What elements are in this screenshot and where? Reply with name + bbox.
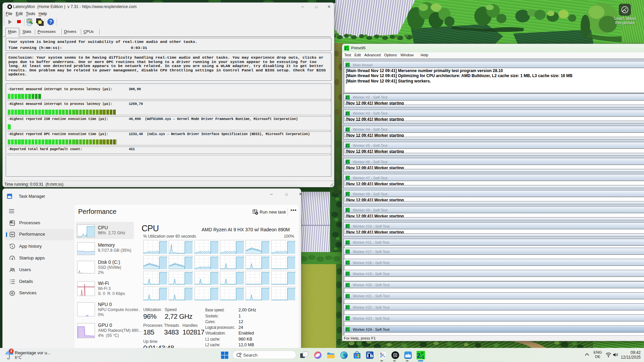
svg-text:-1: -1 — [347, 296, 350, 298]
svg-text:-1: -1 — [347, 262, 350, 265]
svg-text:-1: -1 — [347, 307, 350, 309]
svg-text:-1: -1 — [347, 251, 350, 254]
svg-text:-1: -1 — [347, 210, 350, 212]
svg-text:P: P — [421, 351, 423, 355]
svg-text:-1: -1 — [347, 329, 350, 331]
svg-text:-1: -1 — [347, 194, 350, 196]
svg-text:-1: -1 — [347, 242, 350, 245]
svg-text:-1: -1 — [347, 65, 350, 67]
svg-text:-1: -1 — [347, 97, 350, 100]
svg-text:-1: -1 — [347, 129, 350, 132]
svg-text:-1: -1 — [347, 318, 350, 320]
svg-text:-1: -1 — [347, 274, 350, 276]
svg-text:-1: -1 — [347, 145, 350, 148]
svg-text:-1: -1 — [347, 226, 350, 228]
svg-text:-1: -1 — [347, 162, 350, 164]
svg-text:-1: -1 — [347, 285, 350, 287]
svg-text:-1: -1 — [347, 113, 350, 116]
svg-text:2: 2 — [417, 352, 421, 359]
svg-text:-1: -1 — [421, 355, 424, 359]
svg-text:-1: -1 — [347, 178, 350, 180]
svg-text:-1: -1 — [346, 48, 349, 51]
svg-text:?: ? — [49, 19, 52, 24]
